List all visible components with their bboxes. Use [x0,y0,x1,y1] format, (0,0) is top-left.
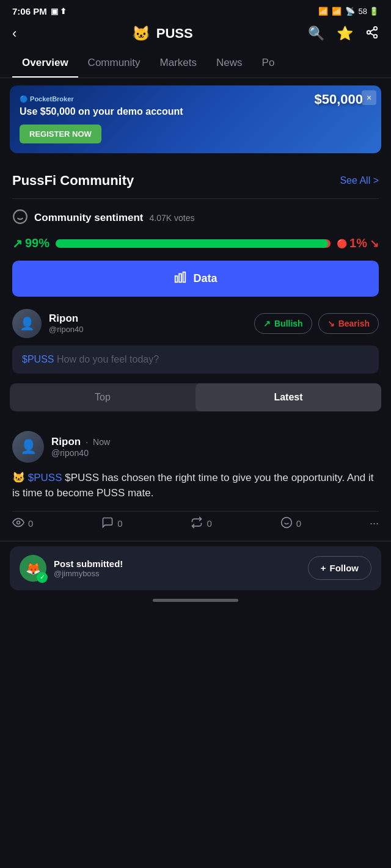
sentiment-icon [12,209,28,228]
wifi-icon: 📡 [345,7,355,16]
sentiment-buttons: ↗ Bullish ↘ Bearish [254,313,379,334]
sentiment-label: Community sentiment [34,212,144,224]
post-ticker-link[interactable]: $PUSS [28,472,62,483]
toast-avatar: 🦊 ✓ [20,555,46,582]
ad-amount: $50,000 [314,92,363,107]
ad-close-button[interactable]: × [362,90,376,105]
toast-text-area: Post submitted! @jimmyboss [54,559,123,578]
post-author-handle: @ripon40 [51,448,110,458]
post-placeholder: How do you feel today? [57,354,159,364]
reposts-count: 0 [206,518,211,529]
user-name: Ripon [49,313,84,325]
comment-icon [101,516,114,531]
toast-handle: @jimmyboss [54,569,123,578]
signal-icon-2: 📶 [332,7,342,16]
bull-arrow-icon: ↗ [263,319,271,328]
status-icons: ▣ ⬆ [51,7,67,16]
coin-icon: 🐱 [132,25,150,42]
battery-display: 58 🔋 [359,7,379,16]
header-actions: 🔍 ⭐ [308,26,379,42]
tab-overview[interactable]: Overview [12,49,78,78]
user-avatar: 👤 [12,309,42,338]
svg-point-11 [281,517,291,527]
user-details: Ripon @ripon40 [49,313,84,334]
comments-action[interactable]: 0 [101,516,122,531]
top-filter-button[interactable]: Top [10,383,196,411]
search-icon[interactable]: 🔍 [308,26,324,42]
pocket-broker-logo: 🔵 PocketBroker [20,95,74,103]
post-input-area[interactable]: $PUSS How do you feel today? [12,345,379,374]
comments-count: 0 [117,518,122,529]
views-action[interactable]: 0 [12,516,33,531]
bear-percentage: 🔴 1% ↘ [337,236,379,250]
svg-rect-7 [175,276,178,282]
up-arrow-icon: ↗ [12,236,23,251]
home-indicator [153,599,238,602]
bear-arrow-icon: ↘ [327,319,335,328]
follow-button[interactable]: + Follow [308,556,371,580]
status-time: 7:06 PM ▣ ⬆ [12,6,67,16]
header-center: 🐱 PUSS [132,25,193,42]
sentiment-bar-row: ↗ 99% 🔴 1% ↘ [12,236,379,251]
post-filter-toggle: Top Latest [10,383,381,411]
reaction-action[interactable]: 0 [280,516,301,531]
post-author-info: Ripon · Now @ripon40 [51,436,110,458]
post-header: 👤 Ripon · Now @ripon40 [12,431,379,463]
post-ticker: $PUSS [22,354,54,364]
bull-percentage: ↗ 99% [12,236,49,251]
more-options-button[interactable]: ··· [370,517,379,530]
tab-po[interactable]: Po [252,49,285,78]
post-timestamp: Now [93,437,110,447]
reactions-count: 0 [296,518,301,529]
bullish-button[interactable]: ↗ Bullish [254,313,312,334]
reaction-icon [280,516,293,531]
signal-icon-1: 📶 [318,7,328,16]
post-text: $PUSS has chosen the right time to give … [12,472,373,499]
eye-icon [12,516,24,531]
post-actions: 0 0 0 [12,512,379,531]
latest-filter-button[interactable]: Latest [196,383,381,411]
views-count: 0 [28,518,33,529]
share-icon[interactable] [365,26,379,42]
toast-title: Post submitted! [54,559,123,569]
post-submitted-toast: 🦊 ✓ Post submitted! @jimmyboss + Follow [10,546,381,590]
user-post-area: 👤 Ripon @ripon40 ↗ Bullish ↘ Bearish [0,309,391,338]
post-emoji: 🐱 [12,472,25,483]
bearish-button[interactable]: ↘ Bearish [318,313,379,334]
check-icon: ✓ [37,572,48,583]
tab-community[interactable]: Community [78,49,150,78]
ad-title: Use $50,000 on your demo account [20,106,371,118]
toast-left: 🦊 ✓ Post submitted! @jimmyboss [20,555,123,582]
user-handle: @ripon40 [49,325,84,334]
post-author-avatar: 👤 [12,431,44,463]
tab-news[interactable]: News [206,49,252,78]
repost-action[interactable]: 0 [191,516,211,531]
post-author-name: Ripon [51,436,81,448]
status-bar: 7:06 PM ▣ ⬆ 📶 📶 📡 58 🔋 [0,0,391,20]
back-button[interactable]: ‹ [12,26,16,42]
status-right: 📶 📶 📡 58 🔋 [318,7,379,16]
sentiment-votes: 4.07K votes [150,213,195,223]
chart-icon [174,270,187,287]
down-arrow-icon: ↘ [370,237,379,250]
post-body: 🐱 $PUSS $PUSS has chosen the right time … [12,470,379,501]
ad-banner: 🔵 PocketBroker Use $50,000 on your demo … [10,85,381,153]
section-header: PussFi Community See All > [12,173,379,189]
svg-rect-9 [183,272,186,283]
tab-markets[interactable]: Markets [150,49,206,78]
data-button[interactable]: Data [12,261,379,297]
nav-tabs: Overview Community Markets News Po [0,49,391,78]
time-display: 7:06 PM [12,6,47,16]
svg-line-4 [370,29,374,31]
orange-circle-icon: 🔴 [337,239,347,248]
favorite-icon[interactable]: ⭐ [337,26,353,42]
page-title: PUSS [156,26,193,42]
ad-cta-button[interactable]: REGISTER NOW [20,125,101,143]
see-all-link[interactable]: See All > [340,175,379,186]
post-dot-separator: · [86,437,88,447]
repost-icon [191,516,203,531]
bull-bar-fill [56,239,328,248]
header: ‹ 🐱 PUSS 🔍 ⭐ [0,20,391,49]
community-section: PussFi Community See All > Community sen… [0,161,391,297]
svg-line-3 [370,33,374,35]
